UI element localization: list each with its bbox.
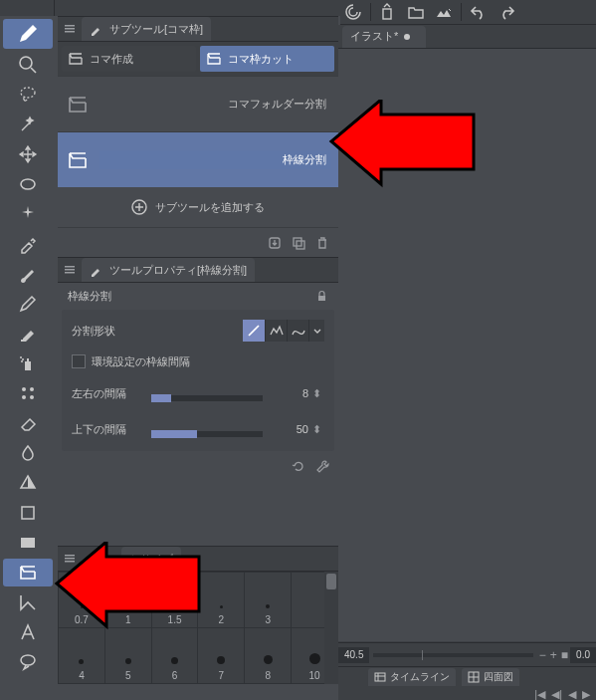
shape-dropdown-button[interactable] [308, 320, 324, 342]
tool-ruler[interactable] [3, 588, 53, 616]
tool-text[interactable] [3, 618, 53, 646]
swirl-icon[interactable] [340, 1, 366, 23]
shape-line-button[interactable] [243, 320, 265, 342]
zoom-fit-button[interactable]: ■ [561, 648, 568, 662]
tool-magnify[interactable] [3, 51, 53, 79]
brush-cell[interactable]: 3 [245, 573, 292, 628]
h-spacing-slider[interactable] [151, 395, 263, 401]
page-up-icon[interactable] [375, 1, 401, 23]
spinner-icon[interactable]: ⬍ [312, 387, 324, 400]
subtool-item-border-split[interactable]: 枠線分割 [58, 131, 338, 187]
brush-cell[interactable]: 5 [104, 628, 151, 684]
checkbox-icon[interactable] [72, 354, 86, 368]
svg-rect-15 [21, 538, 35, 548]
timeline-tab-label: タイムライン [390, 670, 450, 684]
tool-pen[interactable] [3, 19, 53, 49]
brush-cell[interactable]: 4 [59, 628, 105, 684]
panel-menu-icon[interactable] [58, 17, 82, 41]
brush-header: シサイズ [58, 546, 338, 572]
tool-move[interactable] [3, 140, 53, 168]
frame-border-icon [66, 148, 90, 172]
brush-cell[interactable]: 1 [104, 573, 151, 628]
shape-curve-button[interactable] [287, 320, 308, 342]
tool-frame[interactable] [3, 559, 53, 586]
tool-lasso[interactable] [3, 81, 53, 109]
subtool-tab[interactable]: サブツール[コマ枠] [82, 17, 211, 41]
svg-rect-5 [25, 361, 31, 370]
wrench-icon[interactable] [314, 458, 330, 474]
skip-start-icon[interactable]: |◀ [534, 688, 545, 701]
import-icon[interactable] [267, 235, 283, 251]
zoom-in-button[interactable]: + [550, 648, 557, 662]
brush-cell[interactable]: 7 [198, 628, 245, 684]
canvas-main[interactable] [338, 49, 596, 641]
v-spacing-slider[interactable] [151, 431, 263, 437]
zoom-out-button[interactable]: − [539, 648, 546, 662]
folder-icon[interactable] [403, 1, 429, 23]
brush-cell[interactable]: 8 [245, 628, 292, 684]
brush-title: シサイズ [129, 552, 173, 567]
tool-spray[interactable] [3, 350, 53, 377]
dirty-indicator-icon [404, 34, 410, 40]
zoom-right-value[interactable]: 0.0 [570, 647, 596, 663]
tool-wand[interactable] [3, 111, 53, 138]
tool-balloon[interactable] [3, 648, 53, 676]
panel-menu-icon[interactable] [58, 547, 82, 571]
tool-brush[interactable] [3, 260, 53, 288]
tool-pencil[interactable] [3, 290, 53, 318]
svg-rect-24 [65, 266, 75, 268]
panel-menu-icon[interactable] [58, 258, 82, 282]
shape-polyline-button[interactable] [265, 320, 287, 342]
spinner-icon[interactable]: ⬍ [312, 423, 324, 436]
env-spacing-row[interactable]: 環境設定の枠線間隔 [72, 348, 324, 375]
timeline-icon [374, 671, 386, 683]
tool-sparkle[interactable] [3, 200, 53, 228]
zoom-left-value[interactable]: 40.5 [338, 647, 369, 663]
brush-cell[interactable]: 6 [151, 628, 198, 684]
property-section: 分割形状 環境設定の枠線間隔 左右の間隔 8 ⬍ 上下の間隔 [62, 310, 334, 451]
property-body: 枠線分割 分割形状 環境設定の枠線間隔 左右の間隔 8 [58, 283, 338, 481]
property-header: ツールプロパティ[枠線分割] [58, 257, 338, 283]
svg-point-8 [22, 358, 24, 360]
tool-marker[interactable] [3, 320, 53, 348]
lock-icon[interactable] [315, 290, 328, 303]
subtool-tab-cut[interactable]: コマ枠カット [200, 46, 334, 72]
brush-tab[interactable]: シサイズ [121, 547, 181, 571]
mountain-icon[interactable] [431, 1, 457, 23]
tool-blur[interactable] [3, 439, 53, 467]
zoom-slider[interactable] [373, 653, 532, 657]
tool-eraser[interactable] [3, 409, 53, 437]
tool-pattern[interactable] [3, 379, 53, 407]
redo-icon[interactable] [494, 1, 519, 23]
property-title: ツールプロパティ[枠線分割] [109, 263, 247, 278]
reset-icon[interactable] [291, 458, 306, 474]
tool-fill[interactable] [3, 499, 53, 527]
brush-cell[interactable]: 1.5 [151, 573, 198, 628]
svg-point-3 [21, 179, 35, 189]
trash-icon[interactable] [314, 235, 330, 251]
top-icons-bar [340, 0, 596, 25]
play-icon[interactable]: ▶ [582, 688, 590, 701]
tool-rect[interactable] [3, 529, 53, 557]
brush-cell[interactable]: 2 [198, 573, 245, 628]
play-back-icon[interactable]: ◀ [568, 688, 576, 701]
svg-point-2 [21, 88, 35, 98]
subtool-tab-create[interactable]: コマ作成 [62, 46, 196, 72]
duplicate-icon[interactable] [291, 235, 306, 251]
subtool-item-label: 枠線分割 [99, 150, 330, 169]
brush-scrollbar[interactable] [324, 572, 338, 684]
svg-rect-30 [65, 561, 75, 563]
canvas-tab[interactable]: イラスト* [342, 26, 426, 48]
tool-eyedropper[interactable] [3, 230, 53, 258]
undo-icon[interactable] [466, 1, 492, 23]
svg-rect-14 [22, 507, 34, 519]
tool-ellipse[interactable] [3, 170, 53, 198]
add-subtool-button[interactable]: サブツールを追加する [58, 187, 338, 227]
subtool-item-folder-split[interactable]: コマフォルダー分割 [58, 76, 338, 131]
timeline-tab[interactable]: タイムライン [368, 668, 456, 686]
brush-cell[interactable]: 0.7 [59, 573, 105, 628]
prev-icon[interactable]: ◀| [551, 688, 562, 701]
property-tab[interactable]: ツールプロパティ[枠線分割] [82, 258, 255, 282]
tool-gradient[interactable] [3, 469, 53, 497]
quadview-tab[interactable]: 四面図 [462, 668, 519, 686]
